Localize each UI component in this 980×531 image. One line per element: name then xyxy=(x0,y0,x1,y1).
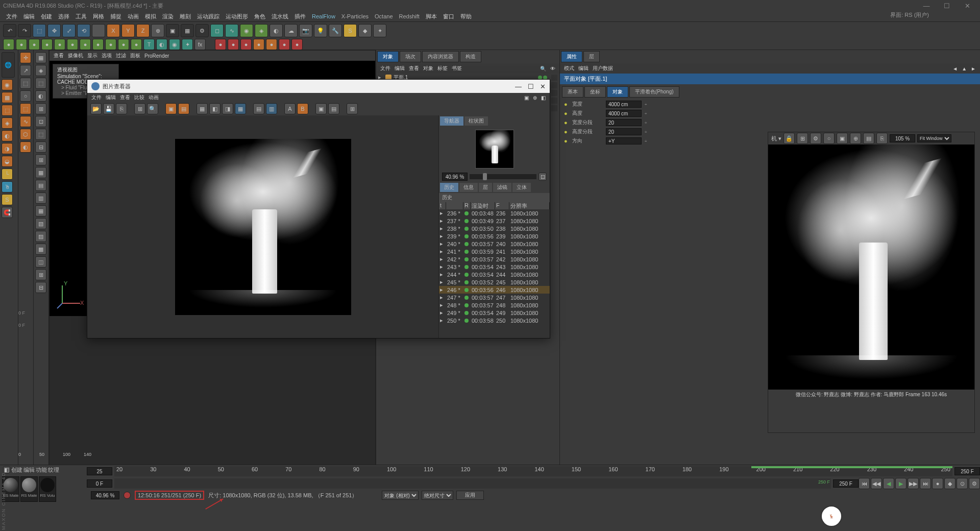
tool-icon[interactable]: ⊟ xyxy=(35,141,46,153)
tool-icon[interactable]: ◈ xyxy=(35,65,46,76)
tool-icon[interactable]: ◐ xyxy=(2,130,13,141)
filter-a-icon[interactable]: A xyxy=(284,103,296,114)
history-row[interactable]: ▸249 *00:03:542491080x1080 xyxy=(439,309,550,317)
light-icon[interactable]: 💡 xyxy=(314,24,327,37)
y-axis-icon[interactable]: Y xyxy=(121,24,135,37)
cube-icon[interactable]: ◻ xyxy=(210,24,224,37)
om-menu[interactable]: 标签 xyxy=(437,65,448,72)
pv-menu[interactable]: 文件 xyxy=(91,94,102,101)
tool-icon[interactable]: ◐ xyxy=(20,141,31,153)
menu-item[interactable]: 角色 xyxy=(252,12,267,21)
prim-icon[interactable]: ● xyxy=(54,39,65,50)
coord-mode-select[interactable]: 对象 (相对) xyxy=(382,491,419,500)
menu-item[interactable]: 编辑 xyxy=(21,12,37,21)
move-icon[interactable]: ✛ xyxy=(20,52,31,63)
tool-icon[interactable]: ▦ xyxy=(35,167,46,178)
deformer-icon[interactable]: ◐ xyxy=(270,24,283,37)
menu-item[interactable]: 捕捉 xyxy=(108,12,124,21)
environment-icon[interactable]: ☁ xyxy=(284,24,298,37)
history-row[interactable]: ▸237 *00:03:492371080x1080 xyxy=(439,217,550,225)
coord-icon[interactable]: ⊕ xyxy=(151,24,164,37)
tab-layers[interactable]: 层 xyxy=(583,51,600,62)
history-row[interactable]: ▸246 *00:03:562461080x1080 xyxy=(439,286,550,294)
x-axis-icon[interactable]: X xyxy=(107,24,120,37)
menu-item[interactable]: 选择 xyxy=(56,12,71,21)
tool-icon[interactable]: ⬚ xyxy=(2,105,13,116)
pv-titlebar[interactable]: 图片查看器 — ☐ ✕ xyxy=(87,80,550,93)
material-slot[interactable]: RS Volu xyxy=(39,476,56,502)
fx-icon[interactable]: fx xyxy=(194,39,206,50)
tool-icon[interactable]: ◑ xyxy=(2,143,13,154)
tool-icon[interactable]: ▩ xyxy=(35,244,46,255)
menu-item[interactable]: 插件 xyxy=(292,12,308,21)
mat-menu[interactable]: 编辑 xyxy=(23,466,35,473)
nav-tab-navigator[interactable]: 导航器 xyxy=(440,116,463,126)
tool-icon[interactable]: ▥ xyxy=(266,103,277,114)
menu-item[interactable]: 脚本 xyxy=(424,12,439,21)
z-axis-icon[interactable]: Z xyxy=(136,24,150,37)
tool-icon[interactable]: ▨ xyxy=(35,231,46,242)
tab-objects[interactable]: 对象 xyxy=(377,51,399,62)
tool-icon[interactable]: ↗ xyxy=(20,65,31,76)
move-tool-icon[interactable]: ✥ xyxy=(47,24,61,37)
close-icon[interactable]: ✕ xyxy=(958,1,977,10)
tool-icon[interactable]: ▤ xyxy=(35,180,46,191)
rs-icon[interactable]: ● xyxy=(240,39,252,50)
material-slot[interactable]: RS Mate xyxy=(20,476,38,502)
copy-icon[interactable]: ⎘ xyxy=(116,103,127,114)
attr-input[interactable] xyxy=(606,119,642,126)
tool-icon[interactable]: ⊞ xyxy=(35,154,46,165)
rs-icon[interactable]: ● xyxy=(215,39,226,50)
tool-icon[interactable]: ▦ xyxy=(35,52,46,63)
tool-icon[interactable]: ⊡ xyxy=(35,116,46,127)
attr-menu[interactable]: 编辑 xyxy=(578,65,589,72)
rs-icon[interactable]: ● xyxy=(279,39,290,50)
rs-icon[interactable]: ● xyxy=(291,39,303,50)
pv-close-icon[interactable]: ✕ xyxy=(540,83,546,90)
prim-icon[interactable]: ● xyxy=(105,39,116,50)
history-row[interactable]: ▸242 *00:03:572421080x1080 xyxy=(439,255,550,263)
pv-image-area[interactable] xyxy=(87,115,438,338)
attr-input[interactable] xyxy=(606,128,642,135)
filter-b-icon[interactable]: B xyxy=(297,103,308,114)
pv-thumbnail[interactable] xyxy=(475,130,514,168)
frame-ruler[interactable]: 250 F xyxy=(114,478,831,489)
tool-icon[interactable]: 🔧 xyxy=(329,24,342,37)
mat-menu[interactable]: 纹理 xyxy=(48,466,59,473)
history-row[interactable]: ▸247 *00:03:572471080x1080 xyxy=(439,294,550,301)
hist-tab-info[interactable]: 信息 xyxy=(459,183,478,192)
size-mode-select[interactable]: 绝对尺寸 xyxy=(422,491,453,500)
tool-icon[interactable]: 🖱 xyxy=(2,181,13,192)
history-row[interactable]: ▸241 *00:03:592411080x1080 xyxy=(439,248,550,255)
play-back-icon[interactable]: ◀ xyxy=(883,478,894,489)
history-row[interactable]: ▸250 *00:03:582501080x1080 xyxy=(439,317,550,324)
redo-icon[interactable]: ↷ xyxy=(18,24,31,37)
menu-item[interactable]: 流水线 xyxy=(270,12,290,21)
record-icon[interactable]: ● xyxy=(932,478,943,489)
rs-icon[interactable]: ● xyxy=(253,39,264,50)
apply-button[interactable]: 应用 xyxy=(456,491,484,500)
pv-maximize-icon[interactable]: ☐ xyxy=(528,83,534,90)
pv-menu[interactable]: 查看 xyxy=(120,94,130,101)
hist-tab-history[interactable]: 历史 xyxy=(440,183,458,192)
tool-icon[interactable]: └ xyxy=(2,168,13,180)
prim-icon[interactable]: ● xyxy=(92,39,104,50)
goto-end-icon[interactable]: ⏭ xyxy=(920,478,931,489)
globe-icon[interactable]: 🌐 xyxy=(2,52,15,78)
attr-menu[interactable]: 用户数据 xyxy=(593,65,613,72)
mat-menu[interactable]: 创建 xyxy=(11,466,22,473)
rotate-tool-icon[interactable]: ⟲ xyxy=(77,24,90,37)
render-icon[interactable]: ▣ xyxy=(166,24,179,37)
prim-icon[interactable]: ● xyxy=(16,39,27,50)
history-row[interactable]: ▸236 *00:03:482361080x1080 xyxy=(439,209,550,217)
tool-icon[interactable]: ▥ xyxy=(35,192,46,204)
tool-icon[interactable]: ⊟ xyxy=(35,282,46,293)
circle-icon[interactable]: ○ xyxy=(823,133,835,144)
history-row[interactable]: ▸238 *00:03:502381080x1080 xyxy=(439,225,550,232)
tool-icon[interactable]: ◆ xyxy=(358,24,372,37)
menu-item[interactable]: 工具 xyxy=(74,12,89,21)
tab-scenes[interactable]: 场次 xyxy=(400,51,421,62)
tool-icon[interactable]: ▤ xyxy=(253,103,264,114)
text-icon[interactable]: T xyxy=(143,39,155,50)
attr-input[interactable] xyxy=(606,137,642,144)
